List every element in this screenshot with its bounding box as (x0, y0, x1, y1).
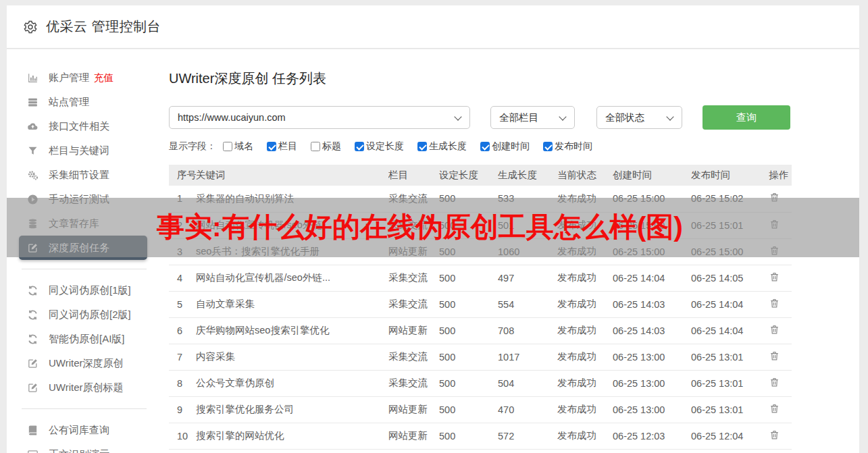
field-checkbox-label: 设定长度 (366, 140, 404, 153)
field-checkbox-设定长度[interactable]: 设定长度 (355, 140, 404, 153)
checkbox-checked[interactable] (543, 142, 553, 151)
checkbox-unchecked[interactable] (223, 142, 232, 151)
site-select[interactable]: https://www.ucaiyun.com (169, 106, 470, 129)
sidebar-item-接口文件相关[interactable]: 接口文件相关 (7, 114, 159, 138)
cell-created: 06-25 13:00 (613, 344, 691, 370)
table-row: 9搜索引擎优化服务公司网站更新500470发布成功06-25 13:0006-2… (169, 396, 792, 423)
sidebar-item-账户管理[interactable]: 账户管理充值 (7, 65, 159, 90)
field-checkbox-label: 栏目 (278, 140, 297, 153)
cell-gen_length: 504 (498, 370, 557, 396)
cell-status: 发布成功 (557, 370, 613, 396)
column-select[interactable]: 全部栏目 (490, 106, 575, 129)
sidebar-item-同义词伪原创[2版][interactable]: 同义词伪原创[2版] (7, 302, 159, 327)
field-checkbox-label: 标题 (322, 140, 341, 153)
cell-gen_length: 554 (498, 291, 557, 317)
query-button[interactable]: 查询 (703, 105, 790, 130)
column-header-序号: 序号 (169, 165, 196, 186)
sidebar-item-智能伪原创[AI版][interactable]: 智能伪原创[AI版] (7, 327, 159, 351)
field-checkbox-域名[interactable]: 域名 (223, 140, 253, 153)
cell-published: 06-25 14:04 (691, 291, 769, 317)
sidebar-item-采集细节设置[interactable]: 采集细节设置 (7, 163, 159, 187)
delete-icon[interactable] (769, 298, 780, 309)
sidebar-item-label: 智能伪原创[AI版] (49, 333, 125, 346)
checkbox-checked[interactable] (417, 142, 427, 151)
cell-status: 发布成功 (557, 344, 613, 370)
sidebar-item-label: 采集细节设置 (49, 169, 109, 182)
cell-created: 06-25 14:03 (613, 291, 691, 317)
sidebar-divider (22, 408, 147, 409)
sidebar-item-label: 同义词伪原创[2版] (49, 309, 131, 321)
delete-icon[interactable] (769, 350, 780, 362)
field-checkbox-label: 发布时间 (555, 140, 592, 153)
delete-icon[interactable] (769, 403, 780, 415)
sidebar-item-同义词伪原创[1版][interactable]: 同义词伪原创[1版] (7, 278, 159, 302)
field-checkbox-标题[interactable]: 标题 (311, 140, 341, 153)
checkbox-checked[interactable] (355, 142, 364, 151)
cell-no: 9 (169, 396, 196, 423)
cell-set_length: 500 (439, 265, 498, 291)
column-header-创建时间: 创建时间 (613, 165, 691, 186)
column-header-栏目: 栏目 (388, 165, 439, 186)
sidebar-item-label: 栏目与关键词 (49, 144, 109, 157)
delete-icon[interactable] (769, 324, 780, 336)
cell-status: 发布成功 (557, 265, 613, 291)
cell-actions (769, 423, 792, 449)
sidebar-item-栏目与关键词[interactable]: 栏目与关键词 (7, 138, 159, 163)
cell-keyword: 搜索引擎优化服务公司 (196, 396, 388, 423)
field-checkbox-栏目[interactable]: 栏目 (267, 140, 297, 153)
cell-gen_length: 1017 (498, 344, 557, 370)
filter-bar: https://www.ucaiyun.com 全部栏目 全部状态 查询 (169, 105, 859, 130)
cell-column: 网站更新 (388, 317, 439, 344)
cell-published: 06-25 12:04 (691, 423, 769, 449)
cell-keyword: 搜索引擎的网站优化 (196, 423, 388, 449)
cell-keyword: 庆华购物网站seo搜索引擎优化 (196, 317, 388, 344)
app-title: 优采云 管理控制台 (46, 18, 161, 36)
sidebar-item-UWriter深度原创[interactable]: UWriter深度原创 (7, 351, 159, 375)
cell-actions (769, 265, 792, 291)
funnel-icon (27, 145, 39, 157)
sidebar-item-UWriter原创标题[interactable]: UWriter原创标题 (7, 375, 159, 400)
cell-no: 6 (169, 317, 196, 344)
cell-status: 发布成功 (557, 423, 613, 449)
delete-icon[interactable] (769, 429, 780, 441)
field-checkbox-生成长度[interactable]: 生成长度 (417, 140, 467, 153)
delete-icon[interactable] (769, 377, 780, 388)
delete-icon[interactable] (769, 271, 780, 283)
cell-actions (769, 370, 792, 396)
checkbox-checked[interactable] (480, 142, 490, 151)
cell-created: 06-25 14:04 (613, 265, 691, 291)
cell-actions (769, 291, 792, 317)
sidebar-item-公有词库查询[interactable]: 公有词库查询 (7, 418, 159, 442)
checkbox-unchecked[interactable] (311, 142, 320, 151)
recharge-link[interactable]: 充值 (94, 72, 113, 84)
cell-column: 网站更新 (388, 396, 439, 423)
column-header-关键词: 关键词 (196, 165, 388, 186)
field-checkbox-label: 创建时间 (492, 140, 530, 153)
cell-no: 7 (169, 344, 196, 370)
status-select[interactable]: 全部状态 (596, 106, 682, 129)
status-select-value: 全部状态 (605, 111, 644, 124)
column-header-生成长度: 生成长度 (498, 165, 557, 186)
sidebar-item-正文识别演示[interactable]: 正文识别演示 (7, 442, 159, 453)
sidebar-item-label: 正文识别演示 (49, 448, 109, 453)
cell-keyword: 网站自动化宣传机器/seo外链... (196, 265, 388, 291)
cell-set_length: 500 (439, 317, 498, 344)
display-fields-label: 显示字段： (169, 140, 216, 153)
cell-column: 采集交流 (388, 291, 439, 317)
column-select-value: 全部栏目 (499, 111, 538, 124)
cell-column: 网站更新 (388, 423, 439, 449)
field-checkbox-发布时间[interactable]: 发布时间 (543, 140, 592, 153)
cell-published: 06-25 13:01 (691, 370, 769, 396)
sidebar-item-站点管理[interactable]: 站点管理 (7, 90, 159, 114)
field-checkbox-label: 生成长度 (429, 140, 467, 153)
field-checkbox-创建时间[interactable]: 创建时间 (480, 140, 530, 153)
column-header-发布时间: 发布时间 (691, 165, 769, 186)
cell-no: 4 (169, 265, 196, 291)
edit-icon (27, 358, 39, 369)
sidebar-item-label: 接口文件相关 (49, 120, 109, 133)
checkbox-checked[interactable] (267, 142, 276, 151)
column-header-设定长度: 设定长度 (439, 165, 498, 186)
book-icon (27, 425, 39, 436)
cell-no: 5 (169, 291, 196, 317)
cell-published: 06-25 13:01 (691, 396, 769, 423)
